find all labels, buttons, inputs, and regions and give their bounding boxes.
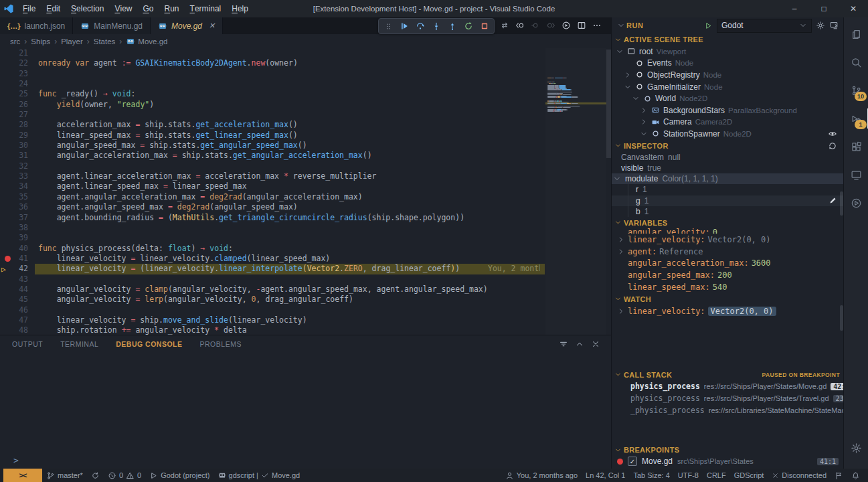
continue-button[interactable] xyxy=(396,19,412,33)
close-icon[interactable]: ✕ xyxy=(209,21,215,30)
menu-item-file[interactable]: File xyxy=(17,0,41,17)
code-line[interactable]: 30 angular_speed_max = ship.stats.get_an… xyxy=(0,141,611,151)
code-editor[interactable]: 2122onready var agent := GSAIKinematicBo… xyxy=(0,48,611,335)
variable-row-clipped[interactable]: angular_velocity:0 xyxy=(612,228,844,234)
call-stack-frame[interactable]: physics_processres://src/Ships/Player/St… xyxy=(612,381,844,393)
breadcrumb-item[interactable]: Move.gd xyxy=(138,37,167,46)
swap-editor-button[interactable] xyxy=(497,19,512,32)
code-line[interactable]: 25func _ready() → void: xyxy=(0,89,611,99)
code-line[interactable]: 48 ship.rotation += angular_velocity * d… xyxy=(0,325,611,335)
code-line[interactable]: 38 xyxy=(0,223,611,233)
activity-remote-explorer[interactable] xyxy=(844,161,868,189)
godot-connection-item[interactable]: Disconnected xyxy=(768,469,831,482)
inspector-property-visible[interactable]: visibletrue xyxy=(612,163,844,173)
activity-source-control[interactable]: 10 xyxy=(844,76,868,104)
panel-filter-button[interactable] xyxy=(559,339,568,349)
section-call-stack[interactable]: CALL STACKPAUSED ON BREAKPOINT xyxy=(612,369,844,381)
menu-item-view[interactable]: View xyxy=(109,0,137,17)
menu-item-go[interactable]: Go xyxy=(137,0,159,17)
debug-console-prompt[interactable]: > xyxy=(13,455,19,465)
code-line[interactable]: 41 linear_velocity = linear_velocity.cla… xyxy=(0,254,611,264)
blame-item[interactable]: You, 2 months ago xyxy=(501,469,582,482)
code-line[interactable]: 39 xyxy=(0,233,611,243)
feedback-item[interactable] xyxy=(831,469,847,482)
code-line[interactable]: 28 acceleration_max = ship.stats.get_acc… xyxy=(0,120,611,130)
language-item[interactable]: GDScript xyxy=(730,469,768,482)
code-line[interactable]: 24 xyxy=(0,79,611,89)
code-line[interactable]: 45 angular_velocity = lerp(angular_veloc… xyxy=(0,295,611,305)
start-debug-button[interactable] xyxy=(704,21,713,30)
variable-row[interactable]: linear_speed_max:540 xyxy=(612,281,844,293)
inspector-property-r[interactable]: r1 xyxy=(612,184,844,195)
activity-godot-run[interactable] xyxy=(844,189,868,217)
breadcrumb[interactable]: src›Ships›Player›States›Move.gd xyxy=(0,34,621,48)
code-line[interactable]: 23 xyxy=(0,69,611,79)
code-line[interactable]: 22onready var agent := GSAIKinematicBody… xyxy=(0,58,611,68)
menu-item-help[interactable]: Help xyxy=(226,0,254,17)
menu-item-selection[interactable]: Selection xyxy=(66,0,109,17)
panel-chevron-up-button[interactable] xyxy=(575,339,584,349)
code-line[interactable]: 46 xyxy=(0,305,611,315)
tab-launch-json[interactable]: {…}launch.json xyxy=(0,17,73,34)
run-file-button[interactable] xyxy=(558,19,574,32)
variable-row[interactable]: agent:Reference xyxy=(612,246,844,258)
section-breakpoints[interactable]: BREAKPOINTS xyxy=(612,444,844,456)
activity-explorer[interactable] xyxy=(844,20,868,48)
language-status-item[interactable]: gdscript |Move.gd xyxy=(214,469,305,482)
close-button[interactable]: ✕ xyxy=(839,0,868,17)
minimize-button[interactable]: – xyxy=(780,0,809,17)
navigate-back-button[interactable] xyxy=(512,19,527,32)
code-line[interactable]: 40func physics_process(delta: float) → v… xyxy=(0,244,611,254)
editor-scrollbar[interactable] xyxy=(606,50,611,158)
code-line[interactable]: 36 agent.angular_speed_max = deg2rad(ang… xyxy=(0,202,611,212)
code-line[interactable]: 43 xyxy=(0,274,611,285)
launch-configuration-select[interactable]: Godot xyxy=(717,19,812,33)
code-line[interactable]: 47 linear_velocity = ship.move_and_slide… xyxy=(0,315,611,325)
activity-run-and-debug[interactable]: 1 xyxy=(844,104,868,133)
step-over-button[interactable] xyxy=(412,19,428,33)
breadcrumb-item[interactable]: States xyxy=(94,37,116,46)
variable-row[interactable]: angular_speed_max:200 xyxy=(612,269,844,281)
code-line[interactable]: 35 agent.angular_acceleration_max = deg2… xyxy=(0,192,611,202)
scene-tree-item-root[interactable]: rootViewport xyxy=(612,46,844,58)
call-stack-frame[interactable]: physics_processres://src/Ships/Player/St… xyxy=(612,392,844,404)
tab-mainmenu-gd[interactable]: MainMenu.gd xyxy=(73,17,151,34)
more-actions-button[interactable] xyxy=(589,19,604,32)
code-line[interactable]: 34 agent.linear_speed_max = linear_speed… xyxy=(0,181,611,191)
variable-row[interactable]: angular_acceleration_max:3600 xyxy=(612,257,844,269)
scene-tree-item-objectregistry[interactable]: ObjectRegistryNode xyxy=(612,69,844,81)
code-line[interactable]: 29 linear_speed_max = ship.stats.get_lin… xyxy=(0,131,611,141)
watch-row[interactable]: linear_velocity:Vector2(0, 0) xyxy=(612,305,844,317)
scene-tree-item-backgroundstars[interactable]: BackgroundStarsParallaxBackground xyxy=(612,104,844,116)
section-active-scene-tree[interactable]: ACTIVE SCENE TREE xyxy=(612,33,844,46)
gear-icon[interactable] xyxy=(816,21,825,30)
problems-item[interactable]: 00 xyxy=(104,469,145,482)
scene-tree-item-stationspawner[interactable]: StationSpawnerNode2D xyxy=(612,128,844,140)
minimap[interactable] xyxy=(545,48,606,335)
inspector-property-g[interactable]: g1 xyxy=(612,195,844,206)
scene-tree-item-camera[interactable]: CameraCamera2D xyxy=(612,116,844,129)
code-line[interactable]: 27 xyxy=(0,110,611,120)
breakpoint-row[interactable]: ✓Move.gdsrc\Ships\Player\States41:1 xyxy=(612,456,844,467)
debug-toolbar[interactable] xyxy=(378,18,495,34)
panel-tab-problems[interactable]: PROBLEMS xyxy=(200,340,242,348)
step-into-button[interactable] xyxy=(428,19,444,33)
section-watch[interactable]: WATCH xyxy=(612,293,844,305)
code-line[interactable]: 31 angular_acceleration_max = ship.stats… xyxy=(0,151,611,161)
code-line[interactable]: 37 agent.bounding_radius = (MathUtils.ge… xyxy=(0,213,611,223)
step-out-button[interactable] xyxy=(444,19,460,33)
activity-manage[interactable] xyxy=(844,434,868,462)
menu-item-terminal[interactable]: Terminal xyxy=(185,0,227,17)
run-project-item[interactable]: Godot (project) xyxy=(145,469,213,482)
section-inspector[interactable]: INSPECTOR xyxy=(612,140,844,152)
panel-tab-output[interactable]: OUTPUT xyxy=(12,340,43,348)
scene-tree-item-world[interactable]: WorldNode2D xyxy=(612,92,844,104)
inspector-property-modulate[interactable]: modulateColor(1, 1, 1, 1) xyxy=(612,173,844,184)
encoding-item[interactable]: UTF-8 xyxy=(674,469,703,482)
tab-size-item[interactable]: Tab Size: 4 xyxy=(629,469,673,482)
restart-button[interactable] xyxy=(460,19,476,33)
cursor-position-item[interactable]: Ln 42, Col 1 xyxy=(582,469,629,482)
stop-button[interactable] xyxy=(476,19,493,33)
tab-move-gd[interactable]: Move.gd✕ xyxy=(151,17,223,34)
code-line[interactable]: 32 xyxy=(0,161,611,171)
